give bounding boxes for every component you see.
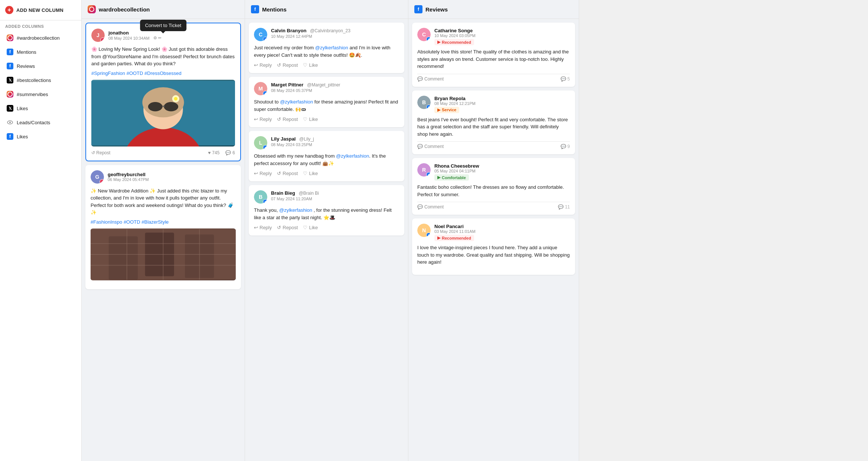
- comments-count: 💬 6: [225, 150, 235, 155]
- mention-link[interactable]: @zylkerfashion: [280, 99, 313, 105]
- reply-action[interactable]: ↩ Reply: [254, 116, 272, 122]
- mention-header: B f Brain Bieg @Brain Bi 07 May 2024 11:…: [254, 190, 399, 204]
- facebook-badge: f: [263, 199, 267, 204]
- repost-action[interactable]: ↺ Repost: [277, 116, 298, 122]
- plus-icon: +: [5, 6, 13, 14]
- review-footer: 💬 Comment 💬 9: [417, 144, 570, 149]
- avatar: C f: [254, 28, 267, 41]
- sidebar-item-leads[interactable]: Leads/Contacts: [1, 116, 80, 129]
- sidebar: + ADD NEW COLUMN ADDED COLUMNS #wardrobe…: [0, 0, 82, 461]
- review-content: Absolutely love this store! The quality …: [417, 48, 570, 70]
- sidebar-item-label: Mentions: [17, 49, 36, 55]
- review-header: B f Bryan Repola 08 May 2024 12:21PM ▶ S…: [417, 96, 570, 113]
- sidebar-item-fb-likes[interactable]: f Likes: [1, 130, 80, 143]
- instagram-icon: [88, 5, 96, 13]
- sidebar-item-summervibes[interactable]: #summervibes: [1, 88, 80, 101]
- review-card: C f Catharine Songe 10 May 2024 03:05PM …: [412, 23, 575, 87]
- sidebar-item-wardrobecollection[interactable]: #wardrobecollection: [1, 31, 80, 45]
- review-badge: ▶ Service: [434, 107, 459, 113]
- mentions-column: f Mentions C f Calvin Branyon: [245, 0, 408, 461]
- sidebar-item-bestcollections[interactable]: 𝕏 #bestcollections: [1, 73, 80, 87]
- eye-icon: [7, 119, 13, 126]
- facebook-badge: f: [263, 145, 267, 149]
- review-badge: ▶ Recommended: [434, 235, 474, 241]
- mention-card: B f Brain Bieg @Brain Bi 07 May 2024 11:…: [249, 185, 404, 236]
- review-info: Noel Pancari 03 May 2024 11:01AM ▶ Recom…: [434, 224, 476, 241]
- comment-count: 💬 11: [558, 204, 570, 210]
- mention-handle: @Marget_pittner: [307, 82, 340, 88]
- like-action[interactable]: ♡ Like: [303, 62, 318, 68]
- repost-action[interactable]: ↺ Repost: [277, 171, 298, 176]
- like-action[interactable]: ♡ Like: [303, 116, 318, 122]
- review-info: Catharine Songe 10 May 2024 03:05PM ▶ Re…: [434, 28, 476, 45]
- post-card: Convert to Ticket J jonathon 08 May 2024…: [85, 23, 241, 161]
- mention-handle: @Lily_j: [299, 136, 314, 142]
- reply-action[interactable]: ↩ Reply: [254, 62, 272, 68]
- review-name: Catharine Songe: [434, 28, 476, 33]
- review-card: N f Noel Pancari 03 May 2024 11:01AM ▶ R…: [412, 218, 575, 275]
- comment-count: 💬 9: [561, 144, 570, 149]
- avatar: L f: [254, 136, 267, 149]
- mention-content: Shoutout to @zylkerfashion for these ama…: [254, 98, 399, 113]
- post-header: J jonathon 08 May 2024 10:34AM ⚙ ✏: [91, 29, 235, 42]
- review-name: Noel Pancari: [434, 224, 476, 229]
- mention-datetime: 08 May 2024 03:25PM: [271, 142, 312, 147]
- like-action[interactable]: ♡ Like: [303, 225, 318, 230]
- review-content: Fantastic boho collection! The dresses a…: [417, 184, 570, 198]
- like-action[interactable]: ♡ Like: [303, 171, 318, 176]
- review-badge: ▶ Comfortable: [434, 174, 469, 181]
- svg-point-7: [164, 102, 178, 111]
- repost-action[interactable]: ↺ Repost: [91, 150, 110, 155]
- mention-content: Thank you, @zylkerfashion , for the stun…: [254, 207, 399, 221]
- svg-point-1: [9, 122, 11, 123]
- avatar: B f: [254, 190, 267, 204]
- instagram-badge: [100, 37, 105, 42]
- post-tags: #FashionInspo #OOTD #BlazerStyle: [91, 219, 236, 225]
- mention-card: M f Marget Pittner @Marget_pittner 08 Ma…: [249, 77, 404, 127]
- avatar: N f: [417, 224, 431, 237]
- mention-content: Obsessed with my new handbag from @zylke…: [254, 152, 399, 167]
- facebook-badge: f: [426, 37, 431, 41]
- review-info: Rhona Cheesebrew 05 May 2024 04:11PM ▶ C…: [434, 163, 479, 181]
- mention-info: Calvin Branyon @Calvinbranyon_23 10 May …: [271, 28, 350, 39]
- facebook-icon: f: [414, 5, 422, 13]
- post-meta: jonathon 08 May 2024 10:34AM ⚙ ✏: [108, 30, 161, 40]
- mention-link[interactable]: @zylkerfashion: [336, 153, 369, 159]
- wardrobe-column: wardrobecollection Convert to Ticket J j…: [82, 0, 245, 461]
- facebook-icon: f: [7, 49, 13, 55]
- review-badge: ▶ Recommended: [434, 39, 474, 45]
- comment-action[interactable]: 💬 Comment: [417, 204, 444, 210]
- facebook-icon: f: [251, 5, 259, 13]
- comment-action[interactable]: 💬 Comment: [417, 144, 444, 149]
- review-footer: 💬 Comment 💬 11: [417, 204, 570, 210]
- wardrobe-column-title: wardrobecollection: [99, 6, 150, 13]
- repost-action[interactable]: ↺ Repost: [277, 225, 298, 230]
- sidebar-item-reviews[interactable]: f Reviews: [1, 59, 80, 73]
- review-datetime: 10 May 2024 03:05PM: [434, 33, 476, 38]
- add-new-column-label: ADD NEW COLUMN: [16, 7, 63, 13]
- facebook-icon: f: [7, 63, 13, 69]
- mention-link[interactable]: @zylkerfashion: [315, 45, 348, 50]
- post-image: [91, 80, 235, 146]
- twitter-icon: 𝕏: [7, 105, 13, 112]
- review-footer: 💬 Comment 💬 5: [417, 76, 570, 82]
- mention-card: C f Calvin Branyon @Calvinbranyon_23 10 …: [249, 23, 404, 73]
- comment-action[interactable]: 💬 Comment: [417, 76, 444, 82]
- review-name: Bryan Repola: [434, 96, 476, 101]
- sidebar-item-likes[interactable]: 𝕏 Likes: [1, 102, 80, 115]
- facebook-badge: f: [426, 172, 431, 177]
- repost-action[interactable]: ↺ Repost: [277, 62, 298, 68]
- avatar: J: [91, 29, 105, 42]
- mention-link[interactable]: @zylkerfashion: [279, 207, 312, 213]
- sidebar-item-label: #summervibes: [17, 92, 48, 97]
- review-datetime: 03 May 2024 11:01AM: [434, 229, 476, 234]
- facebook-badge: f: [426, 233, 431, 237]
- post-image: [91, 228, 236, 280]
- sidebar-item-mentions[interactable]: f Mentions: [1, 45, 80, 59]
- add-new-column-button[interactable]: + ADD NEW COLUMN: [0, 0, 81, 20]
- instagram-badge: [99, 179, 104, 184]
- main-content: wardrobecollection Convert to Ticket J j…: [82, 0, 868, 461]
- svg-point-5: [142, 87, 184, 117]
- reply-action[interactable]: ↩ Reply: [254, 225, 272, 230]
- reply-action[interactable]: ↩ Reply: [254, 171, 272, 176]
